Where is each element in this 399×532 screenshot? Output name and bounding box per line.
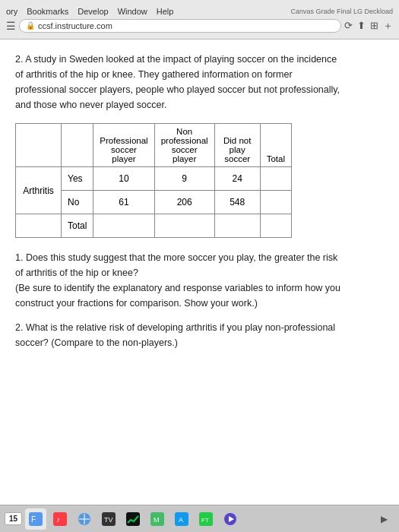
table-row-yes: Arthritis Yes 10 9 24 bbox=[16, 167, 292, 191]
taskbar: 15 F ♪ TV M A FT ▶ bbox=[0, 505, 399, 532]
menu-ory[interactable]: ory bbox=[6, 7, 17, 16]
taskbar-quicktime[interactable] bbox=[220, 508, 241, 530]
row-no-label: No bbox=[62, 191, 93, 214]
cell-pro-yes: 10 bbox=[93, 167, 154, 191]
taskbar-facetime[interactable]: FT bbox=[195, 508, 217, 530]
add-tab-button[interactable]: ＋ bbox=[383, 19, 393, 33]
browser-actions: ⟳ ⬆ ⊞ ＋ bbox=[344, 19, 393, 33]
taskbar-appstore[interactable]: A bbox=[171, 508, 192, 530]
th-nonprofessional: Nonprofessionalsoccerplayer bbox=[154, 124, 214, 167]
bookmark-button[interactable]: ⊞ bbox=[370, 20, 378, 31]
taskbar-stocks[interactable] bbox=[122, 508, 144, 530]
th-professional: Professionalsoccerplayer bbox=[93, 124, 154, 167]
header-right-text: Canvas Grade Final LG Deckload bbox=[290, 8, 393, 15]
cell-total-no bbox=[260, 191, 291, 214]
cell-nonpro-no: 206 bbox=[154, 191, 214, 214]
address-bar[interactable]: 🔒 ccsf.instructure.com bbox=[19, 19, 341, 33]
taskbar-music[interactable]: ♪ bbox=[49, 508, 71, 530]
sq2-number: 2. bbox=[15, 322, 23, 333]
menu-help[interactable]: Help bbox=[157, 7, 174, 16]
sub-question-1: 1. Does this study suggest that the more… bbox=[15, 250, 346, 311]
sq1-number: 1. bbox=[15, 252, 23, 263]
reload-button[interactable]: ⟳ bbox=[344, 20, 353, 31]
taskbar-safari[interactable] bbox=[74, 508, 95, 530]
cell-none-yes: 24 bbox=[214, 167, 260, 191]
browser-chrome: ory Bookmarks Develop Window Help Canvas… bbox=[0, 0, 399, 40]
main-content: 2. A study in Sweden looked at the impac… bbox=[0, 40, 399, 505]
share-button[interactable]: ⬆ bbox=[357, 20, 366, 31]
lock-icon: 🔒 bbox=[26, 21, 35, 30]
cell-nonpro-total bbox=[154, 214, 214, 238]
table-row-total: Total bbox=[16, 214, 292, 238]
q2-text: A study in Sweden looked at the impact o… bbox=[15, 54, 340, 110]
taskbar-finder[interactable]: F bbox=[25, 508, 46, 530]
hamburger-icon[interactable]: ☰ bbox=[6, 20, 16, 32]
menu-develop[interactable]: Develop bbox=[78, 7, 108, 16]
address-bar-row: ☰ 🔒 ccsf.instructure.com ⟳ ⬆ ⊞ ＋ bbox=[0, 17, 399, 34]
th-empty2 bbox=[62, 124, 93, 167]
question-2: 2. A study in Sweden looked at the impac… bbox=[15, 52, 346, 112]
th-didnotplay: Did notplaysoccer bbox=[214, 124, 260, 167]
svg-text:F: F bbox=[31, 515, 36, 524]
th-empty1 bbox=[16, 124, 62, 167]
taskbar-date: 15 bbox=[5, 512, 22, 525]
total-empty bbox=[16, 214, 62, 238]
cell-none-no: 548 bbox=[214, 191, 260, 214]
data-table: Professionalsoccerplayer Nonprofessional… bbox=[15, 123, 292, 238]
svg-text:M: M bbox=[154, 516, 160, 524]
menu-bookmarks[interactable]: Bookmarks bbox=[27, 7, 68, 16]
sq2-text: What is the relative risk of developing … bbox=[15, 322, 335, 348]
taskbar-appletv[interactable]: TV bbox=[98, 508, 119, 530]
cell-nonpro-yes: 9 bbox=[154, 167, 214, 191]
row-yes-label: Yes bbox=[62, 167, 93, 191]
q2-number: 2. bbox=[15, 54, 23, 65]
sq1-text: Does this study suggest that the more so… bbox=[15, 252, 337, 278]
browser-menubar: ory Bookmarks Develop Window Help Canvas… bbox=[0, 5, 399, 17]
sub-question-2: 2. What is the relative risk of developi… bbox=[15, 320, 346, 350]
taskbar-maps[interactable]: M bbox=[147, 508, 168, 530]
cell-pro-no: 61 bbox=[93, 191, 154, 214]
svg-text:A: A bbox=[179, 516, 183, 524]
url-text: ccsf.instructure.com bbox=[38, 21, 112, 30]
taskbar-arrow-right[interactable]: ▶ bbox=[373, 508, 394, 530]
cell-total-yes bbox=[260, 167, 291, 191]
svg-rect-12 bbox=[126, 512, 140, 526]
svg-text:TV: TV bbox=[104, 516, 113, 524]
row-total-label: Total bbox=[62, 214, 93, 238]
menu-window[interactable]: Window bbox=[118, 7, 147, 16]
svg-text:♪: ♪ bbox=[56, 515, 60, 524]
cell-pro-total bbox=[93, 214, 154, 238]
svg-rect-5 bbox=[53, 512, 67, 526]
svg-text:FT: FT bbox=[201, 517, 209, 524]
th-total: Total bbox=[260, 124, 291, 167]
sq1-note: (Be sure to identify the explanatory and… bbox=[15, 283, 340, 309]
cell-none-total bbox=[214, 214, 260, 238]
cell-total-total bbox=[260, 214, 291, 238]
arthritis-label: Arthritis bbox=[16, 167, 62, 214]
